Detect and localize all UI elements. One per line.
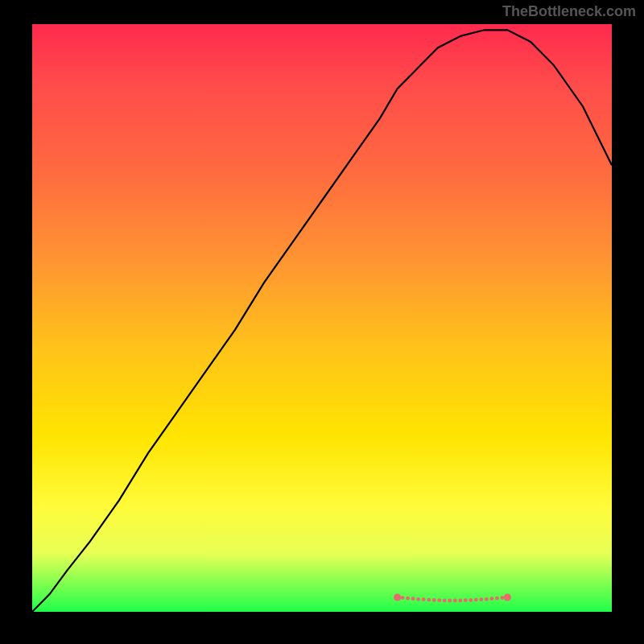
- flat-region-dot: [490, 597, 494, 601]
- flat-region-dot: [504, 594, 511, 601]
- flat-region-dot: [479, 597, 483, 601]
- flat-region-dot: [422, 597, 426, 601]
- flat-region-dot: [448, 599, 452, 603]
- flat-region-dot: [416, 597, 420, 601]
- flat-region-dot: [401, 596, 405, 600]
- flat-region-dots: [394, 594, 511, 603]
- chart-overlay: [32, 24, 612, 612]
- flat-region-dot: [411, 597, 415, 601]
- flat-region-dot: [432, 598, 436, 602]
- attribution-text: TheBottleneck.com: [502, 3, 636, 20]
- flat-region-dot: [453, 599, 457, 603]
- flat-region-dot: [394, 594, 401, 601]
- flat-region-dot: [406, 597, 410, 601]
- plot-area: [32, 24, 612, 612]
- flat-region-dot: [469, 598, 473, 602]
- flat-region-dot: [443, 599, 447, 603]
- flat-region-dot: [495, 597, 499, 601]
- curve-line: [32, 30, 612, 612]
- flat-region-dot: [464, 598, 468, 602]
- flat-region-dot: [474, 598, 478, 602]
- flat-region-dot: [427, 598, 431, 602]
- flat-region-dot: [501, 596, 505, 600]
- flat-region-dot: [458, 599, 462, 603]
- flat-region-dot: [485, 597, 489, 601]
- flat-region-dot: [437, 598, 441, 602]
